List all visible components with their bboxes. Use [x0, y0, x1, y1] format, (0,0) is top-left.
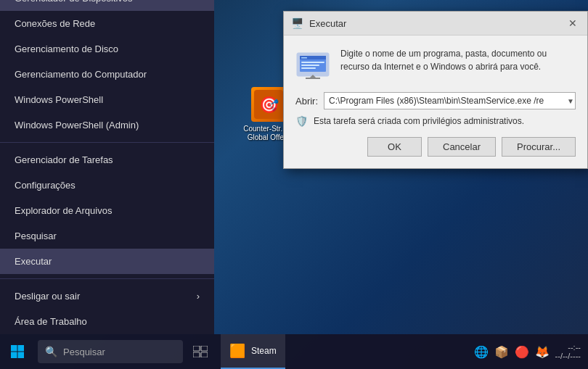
taskbar-search-bar[interactable]: 🔍 Pesquisar	[38, 340, 183, 363]
run-input[interactable]	[324, 92, 576, 109]
menu-item-desligar[interactable]: Desligar ou sair ›	[0, 283, 214, 309]
dialog-input-wrapper: ▼	[324, 92, 576, 109]
start-button[interactable]	[0, 334, 35, 369]
menu-item-gerenciador-dispositivos[interactable]: Gerenciador de Dispositivos	[0, 0, 214, 11]
svg-rect-12	[11, 352, 17, 359]
dialog-close-button[interactable]: ✕	[565, 16, 580, 30]
run-icon-container	[295, 47, 330, 82]
menu-item-windows-powershell[interactable]: Windows PowerShell	[0, 87, 214, 112]
dialog-open-row: Abrir: ▼	[295, 92, 576, 109]
taskbar-tray: 🌐 📦 🔴 🦊 --:-- --/--/----	[467, 343, 588, 360]
ok-button[interactable]: OK	[367, 137, 422, 157]
svg-rect-6	[301, 62, 324, 63]
svg-rect-10	[11, 345, 17, 352]
taskbar-app-steam[interactable]: 🟧 Steam	[221, 334, 285, 369]
svg-rect-13	[18, 352, 25, 359]
dialog-buttons: OK Cancelar Procurar...	[295, 137, 576, 157]
run-dialog-title-icon: 🖥️	[291, 17, 303, 29]
tray-icon-dropbox[interactable]: 📦	[494, 345, 509, 359]
start-menu: Sistema Gerenciador de Dispositivos Cone…	[0, 0, 214, 334]
svg-rect-9	[306, 78, 320, 79]
svg-rect-8	[301, 67, 316, 69]
menu-divider-2	[0, 278, 214, 279]
taskbar: 🔍 Pesquisar 🟧 Steam 🌐 📦 🔴 🦊 --:-- --/--/…	[0, 334, 588, 369]
menu-item-gerenciador-tarefas[interactable]: Gerenciador de Tarefas	[0, 147, 214, 173]
tray-date-text: --/--/----	[555, 352, 581, 360]
svg-rect-16	[193, 352, 200, 357]
steam-app-label: Steam	[251, 346, 277, 356]
tray-icon-network[interactable]: 🌐	[474, 345, 489, 359]
svg-rect-14	[193, 346, 200, 351]
uac-notice-row: 🛡️ Esta tarefa será criada com privilégi…	[295, 115, 576, 127]
taskbar-search-text: Pesquisar	[63, 347, 105, 357]
run-icon-svg	[295, 47, 330, 82]
svg-rect-17	[201, 352, 208, 357]
svg-text:🎯: 🎯	[259, 95, 279, 115]
uac-shield-icon: 🛡️	[295, 115, 308, 127]
cancel-button[interactable]: Cancelar	[428, 137, 496, 157]
menu-item-pesquisar[interactable]: Pesquisar	[0, 223, 214, 249]
steam-app-icon: 🟧	[229, 343, 245, 359]
svg-rect-7	[301, 65, 319, 66]
dialog-top-section: Digite o nome de um programa, pasta, doc…	[295, 47, 576, 82]
taskbar-search-icon: 🔍	[45, 346, 57, 357]
menu-item-executar[interactable]: Executar	[0, 249, 214, 274]
taskbar-apps-area: 🟧 Steam	[215, 334, 467, 369]
dialog-titlebar: 🖥️ Executar ✕	[284, 12, 587, 36]
svg-rect-11	[18, 345, 25, 352]
svg-rect-5	[301, 57, 307, 59]
csgo-icon-image: 🎯	[251, 87, 286, 122]
run-dialog: 🖥️ Executar ✕ Digite o nome de um pr	[283, 11, 588, 169]
tray-icon-firefox[interactable]: 🦊	[535, 345, 550, 359]
tray-icon-opera[interactable]: 🔴	[515, 345, 529, 359]
open-label: Abrir:	[295, 96, 318, 107]
menu-divider-1	[0, 142, 214, 143]
menu-item-gerenciamento-computador[interactable]: Gerenciamento do Computador	[0, 62, 214, 87]
menu-item-configuracoes[interactable]: Configurações	[0, 173, 214, 198]
windows-logo-icon	[10, 344, 25, 359]
tray-time-text: --:--	[555, 343, 581, 352]
dialog-title-left: 🖥️ Executar	[291, 17, 346, 29]
menu-item-windows-powershell-admin[interactable]: Windows PowerShell (Admin)	[0, 112, 214, 138]
svg-rect-15	[201, 346, 208, 351]
menu-item-explorador-arquivos[interactable]: Explorador de Arquivos	[0, 198, 214, 223]
dialog-description: Digite o nome de um programa, pasta, doc…	[340, 47, 576, 82]
menu-item-gerenciamento-disco[interactable]: Gerenciamento de Disco	[0, 36, 214, 62]
menu-item-conexoes-rede[interactable]: Conexões de Rede	[0, 11, 214, 36]
browse-button[interactable]: Procurar...	[502, 137, 576, 157]
dialog-body: Digite o nome de um programa, pasta, doc…	[284, 36, 587, 168]
task-view-button[interactable]	[186, 334, 215, 369]
arrow-icon: ›	[197, 291, 200, 302]
tray-clock: --:-- --/--/----	[555, 343, 581, 360]
dialog-title-text: Executar	[309, 18, 346, 29]
menu-item-area-trabalho[interactable]: Área de Trabalho	[0, 309, 214, 334]
uac-text: Esta tarefa será criada com privilégios …	[314, 116, 524, 126]
task-view-icon	[193, 346, 208, 357]
